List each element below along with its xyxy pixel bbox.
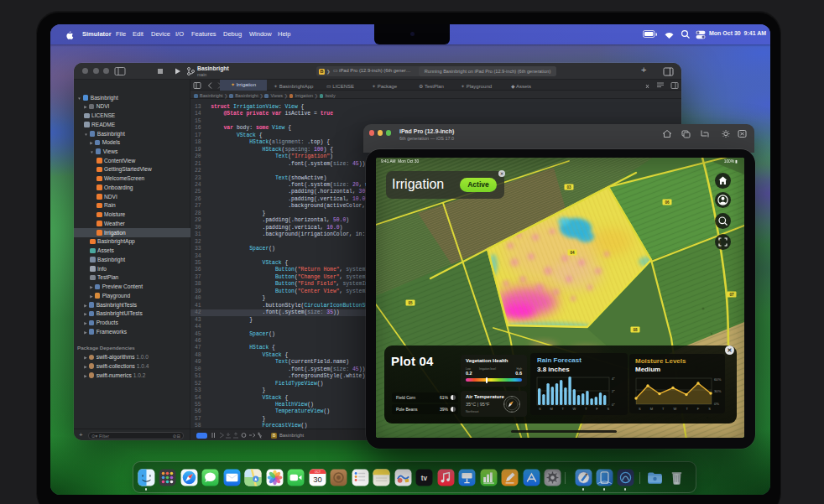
svg-text:4″: 4″ bbox=[612, 377, 615, 381]
svg-text:tv: tv bbox=[421, 475, 428, 482]
svg-text:OCT: OCT bbox=[315, 470, 321, 474]
svg-text:0%: 0% bbox=[714, 402, 719, 406]
svg-text:30: 30 bbox=[313, 475, 321, 484]
svg-text:2″: 2″ bbox=[612, 389, 615, 393]
svg-text:0″: 0″ bbox=[612, 403, 615, 407]
svg-text:60%: 60% bbox=[714, 377, 722, 382]
svg-text:30%: 30% bbox=[714, 389, 722, 393]
